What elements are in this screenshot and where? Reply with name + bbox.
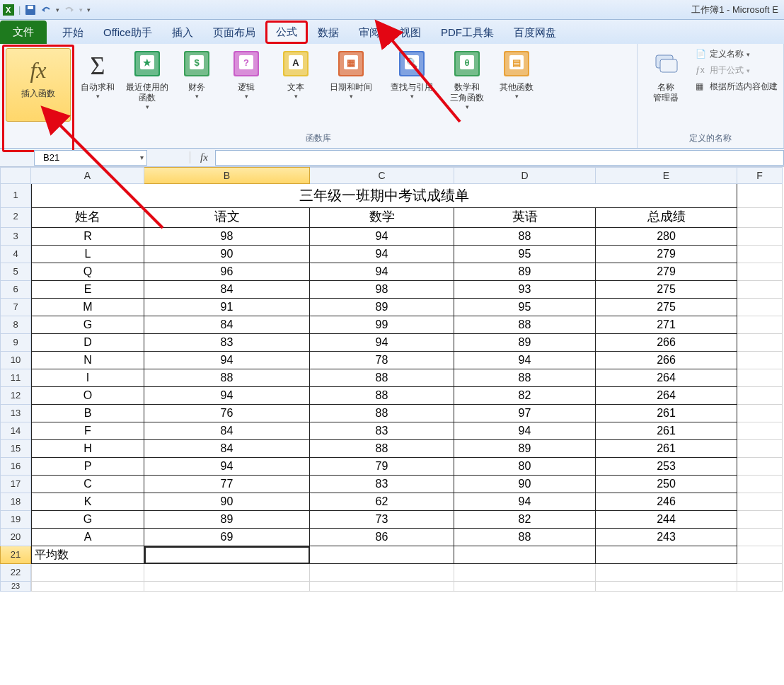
cell-B5[interactable]: 96: [144, 263, 310, 281]
name-box-dropdown-icon[interactable]: ▾: [140, 154, 144, 161]
cell-F12[interactable]: [737, 387, 783, 405]
cell-B16[interactable]: 94: [144, 458, 310, 476]
row-header-21[interactable]: 21: [0, 546, 31, 564]
tab-page-layout[interactable]: 页面布局: [203, 22, 265, 44]
cell-A4[interactable]: L: [31, 246, 144, 263]
cell-E12[interactable]: 264: [596, 387, 737, 405]
cell-F1[interactable]: [737, 184, 783, 208]
cell-F9[interactable]: [737, 334, 783, 352]
cell-E11[interactable]: 264: [596, 369, 737, 387]
cell-E13[interactable]: 261: [596, 405, 737, 422]
cell-C5[interactable]: 94: [310, 263, 454, 281]
cell-B12[interactable]: 94: [144, 387, 310, 405]
cell-E10[interactable]: 266: [596, 352, 737, 369]
cell-B20[interactable]: 69: [144, 529, 310, 546]
cell-F11[interactable]: [737, 369, 783, 387]
cell-A9[interactable]: D: [31, 334, 144, 352]
sheet-title-cell[interactable]: 三年级一班期中考试成绩单: [31, 184, 737, 208]
define-name-button[interactable]: 📄定义名称 ▾: [696, 48, 778, 60]
cell-A8[interactable]: G: [31, 316, 144, 334]
cell-C3[interactable]: 94: [310, 228, 454, 246]
cell-E6[interactable]: 275: [596, 281, 737, 299]
cell-B14[interactable]: 84: [144, 422, 310, 440]
cell-B3[interactable]: 98: [144, 228, 310, 246]
cell-D14[interactable]: 94: [454, 422, 596, 440]
cell-B6[interactable]: 84: [144, 281, 310, 299]
row-header-2[interactable]: 2: [0, 208, 31, 228]
cell-B19[interactable]: 89: [144, 511, 310, 529]
cell-B8[interactable]: 84: [144, 316, 310, 334]
finance-button[interactable]: $ 财务▾: [174, 48, 219, 103]
cell-D19[interactable]: 82: [454, 511, 596, 529]
cell-C20[interactable]: 86: [310, 529, 454, 546]
cell-B7[interactable]: 91: [144, 299, 310, 316]
col-header-D[interactable]: D: [454, 167, 596, 184]
cell-E17[interactable]: 250: [596, 476, 737, 493]
row-header-15[interactable]: 15: [0, 440, 31, 458]
cell-F19[interactable]: [737, 511, 783, 529]
name-box[interactable]: B21 ▾: [34, 150, 147, 166]
cell-D15[interactable]: 89: [454, 440, 596, 458]
header-math[interactable]: 数学: [310, 208, 454, 228]
cell-A3[interactable]: R: [31, 228, 144, 246]
cell-A20[interactable]: A: [31, 529, 144, 546]
row-header-7[interactable]: 7: [0, 299, 31, 316]
cell-F14[interactable]: [737, 422, 783, 440]
math-button[interactable]: θ 数学和 三角函数▾: [444, 48, 490, 113]
cell-A6[interactable]: E: [31, 281, 144, 299]
tab-insert[interactable]: 插入: [162, 22, 203, 44]
cell-E22[interactable]: [596, 564, 737, 582]
cell-E20[interactable]: 243: [596, 529, 737, 546]
tab-office-assistant[interactable]: Office助手: [93, 22, 162, 44]
create-from-selection-button[interactable]: ▦根据所选内容创建: [696, 81, 778, 93]
cell-C12[interactable]: 88: [310, 387, 454, 405]
cell-E16[interactable]: 253: [596, 458, 737, 476]
row-header-23[interactable]: 23: [0, 582, 31, 592]
cell-C18[interactable]: 62: [310, 493, 454, 511]
col-header-F[interactable]: F: [737, 167, 783, 184]
insert-function-button[interactable]: fx 插入函数: [6, 48, 71, 122]
row-header-13[interactable]: 13: [0, 405, 31, 422]
cell-D6[interactable]: 93: [454, 281, 596, 299]
cell-D4[interactable]: 95: [454, 246, 596, 263]
cell-B10[interactable]: 94: [144, 352, 310, 369]
formula-input[interactable]: [215, 150, 784, 166]
row-header-16[interactable]: 16: [0, 458, 31, 476]
cell-F16[interactable]: [737, 458, 783, 476]
row-header-22[interactable]: 22: [0, 564, 31, 582]
cell-A22[interactable]: [31, 564, 144, 582]
cell-C4[interactable]: 94: [310, 246, 454, 263]
tab-formulas[interactable]: 公式: [265, 21, 308, 44]
cell-F5[interactable]: [737, 263, 783, 281]
fx-button[interactable]: fx: [190, 151, 212, 163]
cell-D17[interactable]: 90: [454, 476, 596, 493]
cell-B9[interactable]: 83: [144, 334, 310, 352]
cell-F22[interactable]: [737, 564, 783, 582]
cell-A14[interactable]: F: [31, 422, 144, 440]
cell-A16[interactable]: P: [31, 458, 144, 476]
cell-A7[interactable]: M: [31, 299, 144, 316]
cell-D8[interactable]: 88: [454, 316, 596, 334]
save-icon[interactable]: [25, 4, 36, 16]
cell-D10[interactable]: 94: [454, 352, 596, 369]
cell-F8[interactable]: [737, 316, 783, 334]
row-header-3[interactable]: 3: [0, 228, 31, 246]
cell-D13[interactable]: 97: [454, 405, 596, 422]
logic-button[interactable]: ? 逻辑▾: [224, 48, 269, 103]
cell-B13[interactable]: 76: [144, 405, 310, 422]
cell-F6[interactable]: [737, 281, 783, 299]
tab-data[interactable]: 数据: [308, 22, 349, 44]
cell-B15[interactable]: 84: [144, 440, 310, 458]
cell-E4[interactable]: 279: [596, 246, 737, 263]
cell-C17[interactable]: 83: [310, 476, 454, 493]
cell-A12[interactable]: O: [31, 387, 144, 405]
row-header-5[interactable]: 5: [0, 263, 31, 281]
cell-A11[interactable]: I: [31, 369, 144, 387]
cell-F13[interactable]: [737, 405, 783, 422]
cell-C10[interactable]: 78: [310, 352, 454, 369]
cell-D21[interactable]: [454, 546, 596, 564]
cell-C11[interactable]: 88: [310, 369, 454, 387]
datetime-button[interactable]: ▦ 日期和时间▾: [323, 48, 379, 103]
cell-B4[interactable]: 90: [144, 246, 310, 263]
cell-F2[interactable]: [737, 208, 783, 228]
